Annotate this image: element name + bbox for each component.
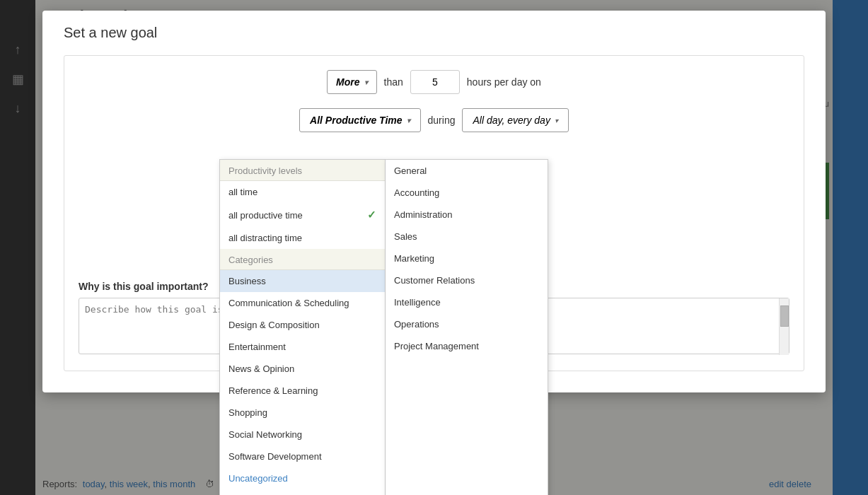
dropdown-sub-sales[interactable]: Sales bbox=[386, 226, 548, 248]
productive-arrow-icon: ▾ bbox=[407, 117, 410, 124]
dropdown-section-productivity: Productivity levels bbox=[220, 160, 385, 181]
modal-title: Set a new goal bbox=[64, 25, 804, 41]
dropdown-sub-accounting[interactable]: Accounting bbox=[386, 182, 548, 204]
dropdown-item-utilities[interactable]: Utilities bbox=[220, 489, 385, 495]
checkmark-icon: ✓ bbox=[367, 209, 376, 221]
modal-inner: More ▾ than hours per day on All Product… bbox=[64, 55, 804, 371]
dropdown-item-business[interactable]: Business bbox=[220, 270, 385, 292]
dropdown-primary: Productivity levels all time all product… bbox=[219, 159, 386, 495]
dropdown-item-shopping[interactable]: Shopping bbox=[220, 402, 385, 424]
scrollbar-thumb[interactable] bbox=[780, 305, 789, 327]
than-label: than bbox=[384, 76, 403, 88]
dropdown-sub-project[interactable]: Project Management bbox=[386, 335, 548, 357]
productive-time-label: All Productive Time bbox=[310, 115, 402, 126]
dropdown-sub-customer[interactable]: Customer Relations bbox=[386, 269, 548, 291]
dropdown-section-categories: Categories bbox=[220, 249, 385, 270]
dropdown-sub-operations[interactable]: Operations bbox=[386, 313, 548, 335]
dropdown-item-reference[interactable]: Reference & Learning bbox=[220, 380, 385, 402]
hours-input[interactable] bbox=[410, 70, 460, 94]
goal-row-2: All Productive Time ▾ during All day, ev… bbox=[79, 108, 789, 132]
scrollbar-track bbox=[780, 298, 789, 355]
dropdown-sub-general[interactable]: General bbox=[386, 160, 548, 182]
hours-label: hours per day on bbox=[467, 76, 541, 88]
dropdown-item-design[interactable]: Design & Composition bbox=[220, 314, 385, 336]
more-arrow-icon: ▾ bbox=[364, 78, 368, 86]
allday-dropdown[interactable]: All day, every day ▾ bbox=[462, 108, 568, 132]
dropdown-sub-administration[interactable]: Administration bbox=[386, 204, 548, 226]
dropdown-item-software[interactable]: Software Development bbox=[220, 446, 385, 467]
dropdown-item-all-distracting[interactable]: all distracting time bbox=[220, 227, 385, 249]
allday-arrow-icon: ▾ bbox=[555, 117, 558, 124]
more-label: More bbox=[336, 76, 359, 88]
dropdown-secondary: General Accounting Administration Sales … bbox=[386, 159, 548, 495]
allday-label: All day, every day bbox=[473, 115, 550, 126]
dropdown-item-all-time[interactable]: all time bbox=[220, 181, 385, 203]
dropdown-item-entertainment[interactable]: Entertainment bbox=[220, 336, 385, 358]
textarea-scrollbar[interactable] bbox=[779, 298, 789, 355]
dropdown-item-communication[interactable]: Communication & Scheduling bbox=[220, 292, 385, 314]
dropdown-sub-marketing[interactable]: Marketing bbox=[386, 248, 548, 269]
more-dropdown[interactable]: More ▾ bbox=[327, 70, 376, 94]
modal-dialog: Set a new goal More ▾ than hours per day… bbox=[42, 11, 826, 392]
productive-time-dropdown[interactable]: All Productive Time ▾ bbox=[299, 108, 420, 132]
dropdown-item-social[interactable]: Social Networking bbox=[220, 424, 385, 446]
dropdown-item-uncategorized[interactable]: Uncategorized bbox=[220, 467, 385, 489]
dropdown-item-news[interactable]: News & Opinion bbox=[220, 358, 385, 380]
goal-row-1: More ▾ than hours per day on bbox=[79, 70, 789, 94]
dropdown-menu-container: Productivity levels all time all product… bbox=[219, 159, 548, 495]
during-label: during bbox=[428, 115, 456, 126]
dropdown-sub-intelligence[interactable]: Intelligence bbox=[386, 291, 548, 313]
dropdown-item-all-productive[interactable]: all productive time ✓ bbox=[220, 203, 385, 227]
